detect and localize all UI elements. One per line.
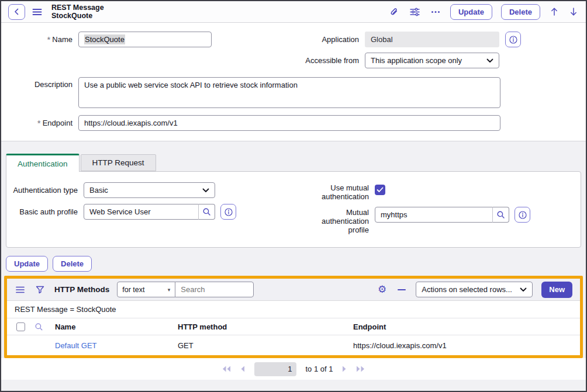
search-scope-select[interactable]: for text ▾ (117, 282, 175, 297)
breadcrumb[interactable]: REST Message = StockQuote (7, 301, 580, 318)
chevron-down-icon (520, 287, 527, 292)
select-all-checkbox[interactable] (16, 322, 25, 331)
basic-auth-profile-info-button[interactable] (220, 204, 236, 220)
search-scope-value: for text (122, 286, 144, 294)
page-background (1, 380, 586, 391)
actions-select[interactable]: Actions on selected rows... (416, 282, 533, 297)
auth-right-column: Use mutual authentication Mutual authent… (303, 182, 581, 234)
page-title-type: REST Message (51, 4, 104, 12)
list-context-menu-icon[interactable] (15, 285, 26, 294)
basic-auth-profile-input[interactable] (84, 204, 199, 220)
page-number-input[interactable]: 1 (254, 362, 296, 376)
http-methods-list-highlight: HTTP Methods for text ▾ ⚙ Actions on sel… (4, 276, 583, 358)
chevron-down-icon (202, 188, 209, 193)
accessible-from-value: This application scope only (371, 56, 486, 65)
delete-button-header[interactable]: Delete (501, 4, 540, 20)
column-header-name[interactable]: Name (55, 322, 178, 331)
chevron-down-icon (486, 58, 493, 63)
pagination-range-text: to 1 of 1 (306, 365, 333, 373)
info-icon (224, 207, 233, 217)
name-value: StockQuote (84, 34, 125, 44)
delete-button-footer[interactable]: Delete (53, 256, 92, 272)
auth-type-value: Basic (89, 186, 202, 195)
search-icon (202, 207, 211, 216)
page-title-record: StockQuote (51, 12, 104, 20)
column-header-http-method[interactable]: HTTP method (178, 322, 353, 331)
next-page-icon[interactable] (342, 366, 347, 372)
endpoint-input[interactable] (78, 115, 500, 131)
auth-type-select[interactable]: Basic (84, 182, 215, 198)
previous-record-icon[interactable] (549, 6, 560, 18)
page-title: REST Message StockQuote (51, 4, 104, 20)
info-icon (509, 35, 518, 44)
tab-http-request[interactable]: HTTP Request (81, 154, 156, 171)
application-info-button[interactable] (505, 32, 521, 47)
authentication-panel: Authentication type Basic Basic auth pro… (6, 171, 581, 248)
caret-down-icon: ▾ (168, 287, 171, 293)
auth-left-column: Authentication type Basic Basic auth pro… (6, 182, 303, 234)
list-column-header-row: Name HTTP method Endpoint (7, 318, 580, 335)
chevron-left-icon (13, 8, 21, 16)
update-button-header[interactable]: Update (450, 4, 492, 20)
form-fields: *Name StockQuote Application Global Acce… (1, 23, 586, 141)
list-search-combo: for text ▾ (117, 282, 254, 297)
new-button[interactable]: New (541, 282, 572, 298)
list-header: HTTP Methods for text ▾ ⚙ Actions on sel… (7, 279, 580, 301)
collapse-list-icon[interactable] (396, 288, 407, 292)
update-button-footer[interactable]: Update (6, 256, 48, 272)
auth-type-label: Authentication type (6, 182, 84, 195)
list-search-input[interactable] (175, 282, 254, 297)
basic-auth-profile-refinput (84, 204, 215, 220)
cell-endpoint: https://cloud.iexapis.com/v1 (353, 341, 580, 350)
name-input[interactable]: StockQuote (78, 32, 212, 47)
check-icon (377, 187, 384, 193)
required-icon: * (37, 118, 41, 128)
first-page-icon[interactable] (222, 366, 231, 372)
required-icon: * (47, 34, 50, 44)
previous-page-icon[interactable] (240, 366, 245, 372)
basic-auth-profile-lookup-button[interactable] (198, 204, 215, 220)
mutual-auth-profile-info-button[interactable] (515, 207, 530, 223)
search-icon (496, 210, 505, 219)
column-search-icon[interactable] (34, 322, 43, 331)
mutual-auth-profile-label: Mutual authentication profile (303, 207, 375, 234)
personalize-form-icon[interactable] (409, 6, 421, 18)
form-header: REST Message StockQuote Update Delete (1, 1, 586, 23)
list-pagination: 1 to 1 of 1 (1, 358, 586, 380)
last-page-icon[interactable] (356, 366, 365, 372)
context-menu-icon[interactable] (31, 7, 43, 17)
next-record-icon[interactable] (568, 6, 579, 18)
basic-auth-profile-label: Basic auth profile (6, 204, 84, 216)
table-row: Default GET GET https://cloud.iexapis.co… (7, 335, 580, 355)
accessible-from-select[interactable]: This application scope only (365, 53, 499, 68)
tab-strip: Authentication HTTP Request (6, 154, 581, 171)
record-link-default-get[interactable]: Default GET (55, 341, 97, 350)
description-textarea[interactable]: Use a public web service stock API to re… (78, 77, 500, 108)
form-lower-section: Authentication HTTP Request Authenticati… (1, 141, 586, 391)
mutual-auth-profile-lookup-button[interactable] (492, 207, 509, 223)
form-footer-buttons: Update Delete (6, 256, 581, 272)
attachment-icon[interactable] (388, 6, 400, 18)
filter-icon[interactable] (34, 285, 46, 295)
cell-http-method: GET (178, 341, 353, 350)
column-header-endpoint[interactable]: Endpoint (353, 322, 580, 331)
back-button[interactable] (8, 4, 25, 20)
list-title: HTTP Methods (54, 285, 109, 294)
description-label: Description (1, 77, 78, 89)
accessible-from-label: Accessible from (212, 53, 365, 65)
rest-message-page: REST Message StockQuote Update Delete (0, 0, 587, 392)
endpoint-label: *Endpoint (1, 115, 78, 127)
actions-select-value: Actions on selected rows... (422, 285, 520, 294)
more-options-icon[interactable] (430, 9, 441, 15)
list-settings-gear-icon[interactable]: ⚙ (377, 283, 388, 296)
application-field: Global (365, 32, 499, 47)
use-mutual-auth-label: Use mutual authentication (303, 182, 375, 201)
use-mutual-auth-checkbox[interactable] (375, 185, 385, 195)
name-label: *Name (1, 32, 78, 44)
application-label: Application (212, 32, 365, 44)
mutual-auth-profile-refinput (375, 207, 509, 223)
mutual-auth-profile-input[interactable] (375, 207, 493, 223)
tab-authentication[interactable]: Authentication (6, 154, 80, 172)
info-icon (518, 210, 527, 220)
